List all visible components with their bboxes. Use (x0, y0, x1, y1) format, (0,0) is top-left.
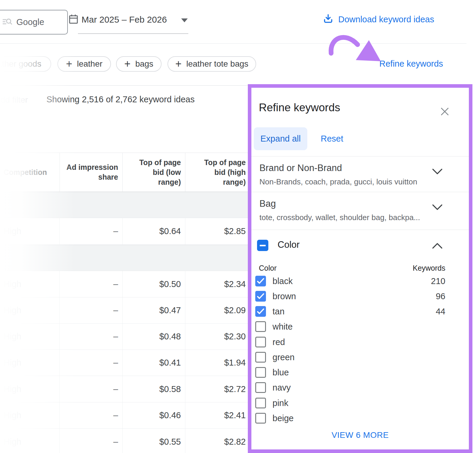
color-option-navy[interactable]: navy (251, 380, 469, 395)
network-selector[interactable]: Google (0, 10, 68, 35)
bid-low-cell: $0.46 (122, 402, 185, 428)
plus-icon: + (66, 59, 72, 68)
date-range-picker[interactable]: Mar 2025 – Feb 2026 (69, 14, 188, 25)
refine-keywords-link[interactable]: Refine keywords (379, 59, 443, 69)
keyword-count: 210 (431, 274, 445, 289)
color-option-tan[interactable]: tan 44 (251, 304, 469, 319)
color-option-red[interactable]: red (251, 335, 469, 350)
color-option-brown[interactable]: brown 96 (251, 289, 469, 304)
ad-impression-share-cell: – (60, 376, 122, 402)
download-keyword-ideas-link[interactable]: Download keyword ideas (323, 13, 434, 25)
chevron-down-icon (181, 18, 188, 22)
checkbox-blue[interactable] (255, 367, 266, 378)
chip-label: ather goods (0, 59, 41, 69)
checkbox-green[interactable] (255, 352, 266, 363)
color-option-pink[interactable]: pink (251, 396, 469, 411)
calendar-icon (69, 14, 78, 25)
ad-impression-share-cell: – (60, 429, 122, 453)
toolbar-divider (0, 43, 466, 44)
bid-high-cell: $2.41 (185, 402, 250, 428)
keyword-chip-add-bags[interactable]: + bags (116, 56, 162, 72)
table-row: High – $0.50 $2.34 (0, 271, 250, 297)
view-more-link[interactable]: VIEW 6 MORE (251, 430, 469, 440)
bid-high-cell: $2.72 (185, 376, 250, 402)
chevron-down-icon[interactable] (431, 166, 443, 178)
annotation-arrow (321, 28, 387, 68)
keyword-planner-screen: Google Mar 2025 – Feb 2026 Download keyw… (0, 0, 476, 453)
reset-button[interactable]: Reset (321, 127, 343, 150)
color-option-label: green (273, 350, 295, 365)
close-icon[interactable] (438, 105, 451, 118)
bid-high-cell: $2.82 (185, 429, 250, 453)
bid-high-cell: $2.34 (185, 271, 250, 297)
color-column-label: Color (259, 264, 277, 272)
table-row: High – $0.58 $2.72 (0, 376, 250, 402)
panel-title: Refine keywords (259, 101, 340, 114)
color-option-blue[interactable]: blue (251, 365, 469, 380)
checkbox-tan[interactable] (255, 306, 266, 317)
bid-low-cell: $0.47 (122, 297, 185, 323)
section-title-bag[interactable]: Bag (259, 198, 276, 209)
keyword-table-header: Competition Ad impression share Top of p… (0, 153, 250, 192)
checkbox-red[interactable] (255, 337, 266, 347)
competition-cell: High (0, 376, 60, 402)
section-title-color[interactable]: Color (278, 239, 300, 250)
competition-cell: High (0, 324, 60, 349)
keyword-chip-add-leather[interactable]: + leather (57, 56, 111, 72)
bid-high-cell: $2.09 (185, 297, 250, 323)
competition-cell: High (0, 218, 60, 244)
plus-icon: + (175, 59, 181, 68)
chevron-up-icon[interactable] (431, 240, 443, 252)
keyword-table-body: High – $0.64 $2.85 High – $0.50 $2.34 Hi… (0, 192, 250, 453)
network-label: Google (16, 17, 44, 27)
checkbox-black[interactable] (255, 276, 266, 286)
bid-high-cell: $1.94 (185, 350, 250, 376)
column-header-top-of-page-bid-low[interactable]: Top of page bid (low range) (122, 153, 185, 192)
competition-cell: High (0, 350, 60, 376)
color-section-checkbox-indeterminate[interactable] (257, 240, 268, 251)
bid-high-cell: $2.30 (185, 324, 250, 349)
refine-keywords-panel: Refine keywords Expand all Reset Brand o… (248, 84, 472, 453)
expand-all-button[interactable]: Expand all (254, 127, 307, 150)
color-option-label: tan (273, 304, 284, 319)
column-header-top-of-page-bid-high[interactable]: Top of page bid (high range) (185, 153, 250, 192)
table-row: High – $0.55 $2.82 (0, 429, 250, 453)
table-row: High – $0.46 $2.41 (0, 402, 250, 429)
bid-low-cell: $0.48 (122, 324, 185, 349)
chip-label: leather tote bags (186, 59, 248, 69)
bid-low-cell: $0.58 (122, 376, 185, 402)
color-option-label: white (273, 319, 293, 334)
keyword-chip-leather-goods[interactable]: ather goods (0, 56, 51, 72)
color-option-label: red (273, 335, 285, 350)
indeterminate-dash (260, 245, 266, 246)
bid-low-cell: $0.55 (122, 429, 185, 453)
table-row: High – $0.48 $2.30 (0, 324, 250, 350)
competition-cell: High (0, 429, 60, 453)
download-icon (323, 13, 333, 25)
section-title-brand[interactable]: Brand or Non-Brand (259, 163, 342, 173)
plus-icon: + (124, 59, 131, 68)
checkbox-navy[interactable] (255, 382, 266, 393)
color-option-beige[interactable]: beige (251, 411, 469, 426)
keywords-column-label: Keywords (413, 264, 445, 272)
checkbox-brown[interactable] (255, 291, 266, 302)
color-option-white[interactable]: white (251, 319, 469, 334)
ad-impression-share-cell: – (60, 350, 122, 376)
add-filter-label[interactable]: dd filter (1, 95, 28, 105)
checkbox-white[interactable] (255, 321, 266, 332)
date-range-value: Mar 2025 – Feb 2026 (82, 15, 167, 25)
chevron-down-icon[interactable] (431, 201, 443, 213)
keyword-chip-add-leather-tote-bags[interactable]: + leather tote bags (167, 56, 256, 72)
panel-divider (251, 192, 469, 192)
color-option-label: navy (273, 380, 291, 395)
color-option-black[interactable]: black 210 (251, 274, 469, 289)
competition-cell: High (0, 297, 60, 323)
table-row: High – $0.41 $1.94 (0, 350, 250, 376)
column-header-competition[interactable]: Competition (0, 153, 60, 192)
bid-low-cell: $0.64 (122, 218, 185, 244)
checkbox-beige[interactable] (255, 413, 266, 424)
checkbox-pink[interactable] (255, 398, 266, 408)
color-option-green[interactable]: green (251, 350, 469, 365)
keyword-count: 44 (436, 304, 445, 319)
column-header-ad-impression-share[interactable]: Ad impression share (60, 153, 122, 192)
